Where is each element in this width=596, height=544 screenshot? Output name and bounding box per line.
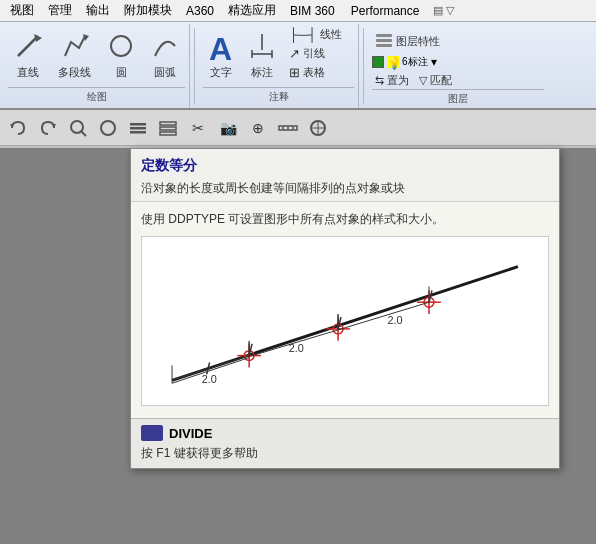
layer-properties-icon	[375, 31, 393, 51]
layer-properties-label: 图层特性	[396, 34, 440, 49]
tool-scissors[interactable]: ✂	[184, 114, 212, 142]
annotation-small-tools: ├─┤ 线性 ↗ 引线 ⊞ 表格	[286, 26, 345, 81]
svg-rect-21	[160, 132, 176, 135]
annotation-group-label: 注释	[203, 87, 354, 106]
separator-1	[194, 28, 195, 104]
table-icon: ⊞	[289, 65, 300, 80]
tool-line-label: 直线	[17, 65, 39, 80]
tooltip-diagram: 2.0 2.0 2.0	[141, 236, 549, 406]
ribbon-group-annotation: A 文字 标注 ├─┤ 线性	[199, 24, 359, 108]
tool-zoom-circle[interactable]	[64, 114, 92, 142]
tool-table-label: 表格	[303, 65, 325, 80]
leader-icon: ↗	[289, 46, 300, 61]
cmd-help: 按 F1 键获得更多帮助	[141, 445, 549, 462]
svg-line-0	[18, 36, 38, 56]
tool-linear[interactable]: ├─┤ 线性	[286, 26, 345, 43]
menu-performance[interactable]: Performance	[343, 2, 428, 20]
tool-layer-properties[interactable]: 图层特性	[372, 30, 443, 52]
ribbon: 直线 多段线 圆	[0, 22, 596, 110]
line-icon	[14, 32, 42, 65]
tool-circle-label: 圆	[116, 65, 127, 80]
tool-cross[interactable]: ⊕	[244, 114, 272, 142]
svg-marker-1	[34, 34, 42, 42]
svg-rect-20	[160, 127, 176, 130]
dim-icon	[248, 32, 276, 65]
tooltip-body: 使用 DDPTYPE 可设置图形中所有点对象的样式和大小。	[131, 202, 559, 418]
circle-icon	[107, 32, 135, 65]
tool-dim-label: 标注	[251, 65, 273, 80]
tool-measure[interactable]	[274, 114, 302, 142]
menu-bim360[interactable]: BIM 360	[284, 2, 341, 20]
tool-circle2[interactable]	[94, 114, 122, 142]
layer-color	[372, 56, 384, 68]
svg-marker-12	[52, 124, 56, 128]
draw-group-label: 绘图	[8, 87, 185, 106]
tool-leader[interactable]: ↗ 引线	[286, 45, 345, 62]
svg-rect-10	[376, 44, 392, 47]
menu-a360[interactable]: A360	[180, 2, 220, 20]
svg-text:2.0: 2.0	[289, 342, 304, 354]
menu-addons[interactable]: 附加模块	[118, 0, 178, 21]
ribbon-group-layer: 图层特性 💡 6标注 ▾ ⇆ 置为 ▽ 匹配	[368, 24, 548, 108]
cmd-icon	[141, 425, 163, 441]
tooltip-extra: 使用 DDPTYPE 可设置图形中所有点对象的样式和大小。	[141, 210, 549, 228]
tool-text-label: 文字	[210, 65, 232, 80]
svg-line-14	[81, 131, 86, 136]
layer-name-display: 6标注	[402, 55, 428, 69]
tool-table[interactable]: ⊞ 表格	[286, 64, 345, 81]
svg-point-15	[101, 121, 115, 135]
tooltip-footer: DIVIDE 按 F1 键获得更多帮助	[131, 418, 559, 468]
tool-line[interactable]: 直线	[8, 26, 48, 86]
tool-circle3[interactable]	[304, 114, 332, 142]
tool-arc-label: 圆弧	[154, 65, 176, 80]
svg-marker-11	[10, 124, 14, 128]
layer-group-label: 图层	[372, 89, 544, 108]
tool-match[interactable]: ⇆ 置为	[372, 72, 412, 89]
toolbar2: ✂ 📷 ⊕	[0, 110, 596, 146]
tool-leader-label: 引线	[303, 46, 325, 61]
menu-view[interactable]: 视图	[4, 0, 40, 21]
linear-icon: ├─┤	[289, 27, 317, 42]
tooltip-title: 定数等分	[141, 157, 549, 175]
svg-point-3	[111, 36, 131, 56]
text-icon: A	[209, 33, 232, 65]
tool-circle[interactable]: 圆	[101, 26, 141, 86]
tool-undo[interactable]	[4, 114, 32, 142]
setcurrent-icon: ▽	[419, 74, 427, 87]
tool-text[interactable]: A 文字	[203, 26, 238, 86]
svg-text:2.0: 2.0	[202, 373, 217, 385]
tool-polyline[interactable]: 多段线	[52, 26, 97, 86]
separator-2	[363, 28, 364, 104]
svg-rect-19	[160, 122, 176, 125]
menu-bar: 视图 管理 输出 附加模块 A360 精选应用 BIM 360 Performa…	[0, 0, 596, 22]
tool-layers[interactable]	[124, 114, 152, 142]
svg-rect-8	[376, 34, 392, 37]
svg-rect-9	[376, 39, 392, 42]
tool-camera[interactable]: 📷	[214, 114, 242, 142]
tool-properties[interactable]	[154, 114, 182, 142]
tool-setcurrent[interactable]: ▽ 匹配	[416, 72, 455, 89]
tooltip-panel: 定数等分 沿对象的长度或周长创建等间隔排列的点对象或块 使用 DDPTYPE 可…	[130, 148, 560, 469]
cmd-name: DIVIDE	[169, 426, 212, 441]
svg-rect-17	[130, 127, 146, 130]
arc-icon	[151, 32, 179, 65]
polyline-icon	[61, 32, 89, 65]
tool-linear-label: 线性	[320, 27, 342, 42]
layer-dropdown-arrow[interactable]: ▾	[431, 55, 437, 69]
tool-dim[interactable]: 标注	[242, 26, 282, 86]
match-icon: ⇆	[375, 74, 384, 87]
menu-manage[interactable]: 管理	[42, 0, 78, 21]
ribbon-group-draw: 直线 多段线 圆	[4, 24, 190, 108]
layer-visible: 💡	[387, 56, 399, 68]
menu-output[interactable]: 输出	[80, 0, 116, 21]
svg-text:2.0: 2.0	[387, 314, 402, 326]
tooltip-command: DIVIDE	[141, 425, 549, 441]
tool-redo[interactable]	[34, 114, 62, 142]
performance-indicator: ▤ ▽	[433, 4, 454, 17]
menu-featured[interactable]: 精选应用	[222, 0, 282, 21]
tool-polyline-label: 多段线	[58, 65, 91, 80]
svg-rect-18	[130, 131, 146, 134]
tool-arc[interactable]: 圆弧	[145, 26, 185, 86]
svg-rect-16	[130, 123, 146, 126]
tooltip-header: 定数等分 沿对象的长度或周长创建等间隔排列的点对象或块	[131, 149, 559, 202]
